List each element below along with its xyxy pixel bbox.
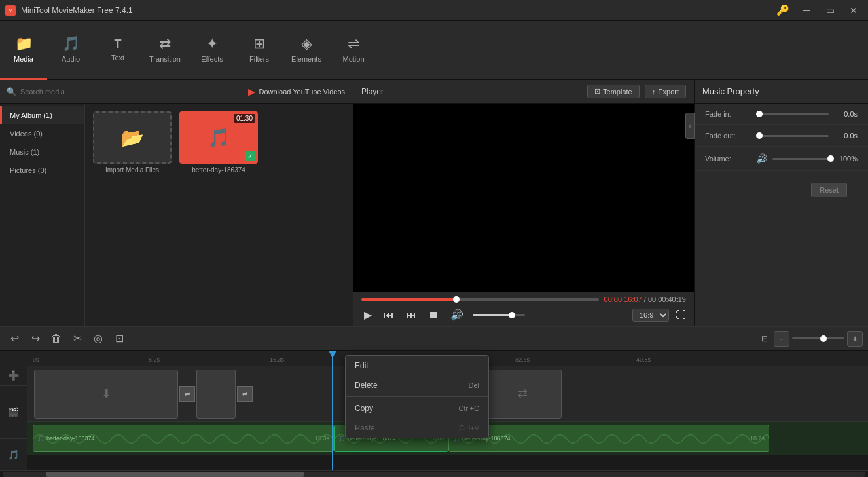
folder-icon: 📂 <box>121 127 144 149</box>
reset-button[interactable]: Reset <box>811 183 847 197</box>
toolbar-motion[interactable]: ⇌ Motion <box>330 21 377 80</box>
play-button[interactable]: ▶ <box>361 307 374 322</box>
transition-1[interactable]: ⇄ <box>179 386 195 402</box>
prev-button[interactable]: ⏮ <box>381 308 397 322</box>
sidebar-item-videos[interactable]: Videos (0) <box>0 124 84 143</box>
music-clip-1-duration: 16.3s <box>315 435 329 442</box>
text-icon: T <box>115 37 122 51</box>
fade-out-thumb <box>756 132 763 139</box>
video-track-icon: 🎬 <box>0 386 27 439</box>
ruler-8s: 8.2s <box>149 356 160 363</box>
cut-button[interactable]: ✂ <box>68 330 86 348</box>
fullscreen-button[interactable]: ⛶ <box>676 309 686 321</box>
zoom-slider[interactable] <box>792 337 844 339</box>
download-icon: ⬇ <box>101 387 111 401</box>
transition-2[interactable]: ⇄ <box>237 386 253 402</box>
split-icon[interactable]: ⊟ <box>758 332 771 345</box>
window-controls: ─ ▭ ✕ <box>797 4 863 17</box>
export-button[interactable]: ↑ Export <box>645 85 686 98</box>
music-clip-3-duration: 18.2s <box>750 435 765 442</box>
text-label: Text <box>111 54 124 62</box>
horizontal-scrollbar[interactable] <box>0 470 868 477</box>
toolbar-text[interactable]: T Text <box>94 21 141 80</box>
ruler-40s: 40.8s <box>636 356 651 363</box>
music-clip-3[interactable]: 🎵 better-day-186374 18.2s <box>448 425 769 452</box>
media-thumb-box[interactable]: 🎵 01:30 ✓ <box>179 111 258 164</box>
video-clip-4[interactable]: ⇄ <box>483 370 562 419</box>
panel-collapse-handle[interactable]: ‹ <box>685 113 695 139</box>
player-title: Player <box>361 87 384 96</box>
scroll-thumb[interactable] <box>46 472 304 477</box>
context-menu-copy[interactable]: Copy Ctrl+C <box>346 398 488 418</box>
playhead[interactable] <box>332 351 333 470</box>
aspect-ratio-select[interactable]: 16:9 <box>632 309 669 322</box>
music-note-icon: 🎵 <box>208 127 230 149</box>
toolbar-transition[interactable]: ⇄ Transition <box>141 21 189 80</box>
player-controls: 00:00:16:07 / 00:00:40:19 ▶ ⏮ ⏭ ⏹ 🔊 16:9 <box>353 292 694 326</box>
toolbar-elements[interactable]: ◈ Elements <box>283 21 330 80</box>
volume-label: Volume: <box>705 155 751 162</box>
audio-detach-button[interactable]: ◎ <box>89 330 107 348</box>
redo-button[interactable]: ↪ <box>26 330 45 348</box>
stop-button[interactable]: ⏹ <box>425 308 441 322</box>
volume-thumb <box>509 312 515 318</box>
close-button[interactable]: ✕ <box>844 4 863 17</box>
crop-button[interactable]: ⊡ <box>110 330 128 348</box>
elements-label: Elements <box>291 55 321 63</box>
youtube-download-button[interactable]: ▶ Download YouTube Videos <box>240 86 353 97</box>
music-clip-1[interactable]: 🎵 better-day-186374 16.3s <box>33 425 334 452</box>
volume-fill <box>473 314 512 316</box>
search-input[interactable] <box>20 88 99 96</box>
yt-download-label: Download YouTube Videos <box>259 88 346 96</box>
sidebar-item-my-album[interactable]: My Album (1) <box>0 106 84 124</box>
context-menu-paste[interactable]: Paste Ctrl+V <box>346 418 488 438</box>
video-clip-2[interactable] <box>196 370 236 419</box>
video-screen <box>353 104 694 292</box>
audio-label: Audio <box>62 55 80 63</box>
minimize-button[interactable]: ─ <box>797 4 816 17</box>
maximize-button[interactable]: ▭ <box>821 4 839 17</box>
transition-icon: ⇄ <box>159 35 171 52</box>
ruler-16s: 16.3s <box>270 356 284 363</box>
media-body: My Album (1) Videos (0) Music (1) Pictur… <box>0 104 353 326</box>
media-name: better-day-186374 <box>192 166 245 174</box>
sidebar-item-music[interactable]: Music (1) <box>0 143 84 161</box>
toolbar-audio[interactable]: 🎵 Audio <box>47 21 94 80</box>
fade-out-slider[interactable] <box>756 135 829 137</box>
timeline-toolbar: ↩ ↪ 🗑 ✂ ◎ ⊡ ⊟ - + <box>0 327 868 351</box>
undo-button[interactable]: ↩ <box>5 330 24 348</box>
fade-out-label: Fade out: <box>705 132 751 140</box>
media-header: 🔍 ▶ Download YouTube Videos <box>0 80 353 104</box>
add-track-icon[interactable]: ➕ <box>0 366 27 386</box>
music-clip-1-label: 🎵 better-day-186374 <box>37 435 95 442</box>
sidebar-item-pictures[interactable]: Pictures (0) <box>0 161 84 180</box>
zoom-out-button[interactable]: - <box>774 331 789 347</box>
main-toolbar: 📁 Media 🎵 Audio T Text ⇄ Transition ✦ Ef… <box>0 21 868 80</box>
context-menu-edit[interactable]: Edit <box>346 356 488 375</box>
delete-button[interactable]: 🗑 <box>47 330 65 348</box>
media-sidebar: My Album (1) Videos (0) Music (1) Pictur… <box>0 104 85 326</box>
context-menu-delete[interactable]: Delete Del <box>346 375 488 395</box>
template-button[interactable]: ⊡ Template <box>587 85 640 98</box>
volume-bar[interactable] <box>473 314 525 316</box>
next-button[interactable]: ⏭ <box>403 308 419 322</box>
toolbar-filters[interactable]: ⊞ Filters <box>236 21 283 80</box>
elements-icon: ◈ <box>301 35 312 52</box>
zoom-in-button[interactable]: + <box>847 331 863 347</box>
volume-slider[interactable] <box>772 158 829 160</box>
import-media-item[interactable]: 📂 Import Media Files <box>93 111 172 174</box>
media-item-better-day[interactable]: 🎵 01:30 ✓ better-day-186374 <box>179 111 258 174</box>
import-thumb[interactable]: 📂 <box>93 111 172 164</box>
fade-in-slider[interactable] <box>756 113 829 115</box>
video-clip-1[interactable]: ⬇ <box>34 370 178 419</box>
toolbar-effects[interactable]: ✦ Effects <box>189 21 236 80</box>
media-content: 📂 Import Media Files 🎵 01:30 ✓ better-da… <box>85 104 353 326</box>
media-icon: 📁 <box>15 35 33 52</box>
toolbar-media[interactable]: 📁 Media <box>0 21 47 80</box>
app-icon: M <box>5 5 16 16</box>
arrow-icon-2: ⇄ <box>518 387 528 401</box>
volume-button[interactable]: 🔊 <box>448 307 466 322</box>
context-menu: Edit Delete Del Copy Ctrl+C Paste Ctrl+V <box>345 355 489 438</box>
progress-bar[interactable] <box>361 298 599 301</box>
fade-out-value: 0.0s <box>834 132 858 140</box>
